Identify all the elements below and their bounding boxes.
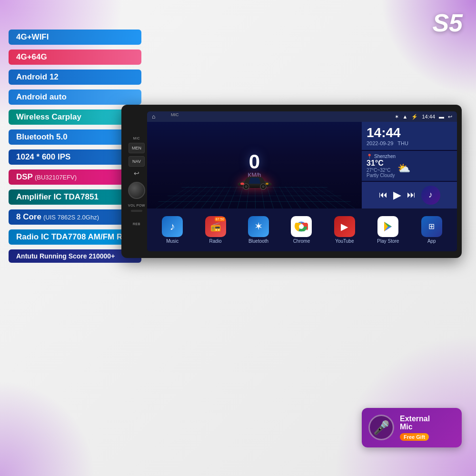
feature-androidauto-text: Android auto [16,92,67,102]
app-playstore[interactable]: Play Store [377,216,399,244]
ext-mic-box: 🎤 ExternalMic Free Gift [362,408,462,447]
clock-status: 14:44 [422,114,435,119]
dash-button[interactable] [131,210,142,212]
music-icon: ♪ [170,220,175,233]
feature-storage: 4G+64G [9,50,141,65]
music-app-icon: ♪ [162,216,183,237]
feature-core-text: 8 Core [16,212,41,222]
weather-city-name: Shenzhen [374,154,396,159]
battery-icon: ▬ [439,114,444,119]
app-chrome[interactable]: Chrome [291,216,312,244]
youtube-icon: ▶ [341,221,348,232]
app-grid[interactable]: ⊞ App [421,216,442,244]
clock-day-value: THU [397,140,408,146]
app-radio[interactable]: 📻 87.50 Radio [205,216,226,244]
vol-knob[interactable] [128,182,145,199]
bluetooth-status-icon: ✶ [395,114,399,120]
chrome-app-label: Chrome [293,238,310,244]
mic-indicator: MIC [171,112,179,117]
playstore-app-icon [377,216,398,237]
product-badge: S5 [432,9,463,37]
feature-core-sub: (UIS 7862S 2.0Ghz) [43,214,99,221]
mic-icon: 🎤 [373,420,390,436]
vol-label: VOL POW [128,204,145,207]
feature-ips-text: 1024 * 600 IPS [16,152,70,162]
feature-bluetooth-text: Bluetooth 5.0 [16,132,68,142]
mic-free-badge: Free Gift [400,433,429,441]
feature-dsp-sub: (BU32107EFV) [35,174,77,181]
mic-label: MIC [133,137,140,140]
mic-text: ExternalMic Free Gift [400,415,455,441]
feature-carplay-text: Wireless Carplay [16,112,81,122]
youtube-app-icon: ▶ [334,216,355,237]
bluetooth-app-icon: ✶ [248,216,269,237]
feature-antutu-text: Antutu Running Score 210000+ [16,252,115,260]
weather-main-row: 31°C 27°C~32°C Partly Cloudy ⛅ [367,159,452,178]
app-bluetooth[interactable]: ✶ Bluetooth [248,216,269,244]
clock-time: 14:44 [367,126,452,140]
feature-android12-text: Android 12 [16,72,59,82]
playstore-app-label: Play Store [377,238,399,244]
music-app-label: Music [166,238,178,244]
speedometer: 0 KM/h [147,122,362,208]
nav-button[interactable]: NAV [129,156,145,167]
feature-wifi-text: 4G+WIFI [16,32,49,42]
app-row: ♪ Music 📻 87.50 Radio ✶ Bluetooth [147,208,457,251]
svg-point-5 [240,182,244,185]
app-grid-label: App [427,238,436,244]
music-note-icon: ♪ [428,190,433,200]
wifi-status-icon: ▲ [403,114,408,119]
music-icon-circle: ♪ [421,186,440,205]
grid-icon: ⊞ [428,222,435,231]
bluetooth-app-label: Bluetooth [248,238,268,244]
corner-decoration-bl [0,381,95,476]
feature-storage-text: 4G+64G [16,52,47,62]
next-button[interactable]: ⏭ [407,190,416,200]
bluetooth-icon: ✶ [254,220,263,233]
clock-panel: 14:44 2022-09-29 THU [362,122,457,150]
prev-button[interactable]: ⏮ [379,190,387,200]
feature-radio-text: Radio IC TDA7708 AM/FM RDS [16,232,134,242]
radio-icon: 📻 [210,221,221,232]
topbar-status-icons: ✶ ▲ ⚡ 14:44 ▬ ↩ [395,114,452,120]
location-icon: 📍 [367,154,372,159]
youtube-app-label: YouTube [335,238,354,244]
head-unit-wrapper: MIC MEN NAV ↩ VOL POW REB ⌂ ✶ ▲ ⚡ 14:44 … [121,105,462,258]
play-button[interactable]: ▶ [393,189,401,201]
feature-android12: Android 12 [9,69,141,85]
weather-icon: ⛅ [397,162,410,175]
head-unit: MIC MEN NAV ↩ VOL POW REB ⌂ ✶ ▲ ⚡ 14:44 … [121,105,462,258]
svg-point-4 [262,185,265,188]
app-grid-icon: ⊞ [421,216,442,237]
men-button[interactable]: MEN [129,143,145,153]
reb-label: REB [133,222,140,226]
speed-value: 0 [249,152,260,172]
radio-app-icon: 📻 87.50 [205,216,226,237]
clock-date-value: 2022-09-29 [367,140,393,146]
weather-panel: 📍 Shenzhen 31°C 27°C~32°C Partly Cloudy … [362,151,457,181]
mic-icon-circle: 🎤 [368,415,394,440]
weather-desc: Partly Cloudy [367,173,395,178]
home-icon[interactable]: ⌂ [152,113,155,120]
svg-point-2 [245,185,248,188]
usb-status-icon: ⚡ [411,114,418,120]
corner-decoration-br [333,333,476,476]
back-icon[interactable]: ↩ [448,114,452,120]
weather-range: 27°C~32°C [367,168,395,173]
music-controls: ⏮ ▶ ⏭ ♪ [379,186,440,205]
app-youtube[interactable]: ▶ YouTube [334,216,355,244]
back-button[interactable]: ↩ [134,169,139,177]
screen-main-area: 0 KM/h [147,122,457,208]
svg-point-9 [299,224,304,229]
feature-androidauto: Android auto [9,89,141,105]
radio-app-label: Radio [209,238,222,244]
weather-temp: 31°C [367,159,395,168]
app-music[interactable]: ♪ Music [162,216,183,244]
mic-title: ExternalMic [400,415,455,431]
right-panels: 14:44 2022-09-29 THU 📍 Shenzhen [362,122,457,208]
weather-city: 📍 Shenzhen [367,154,452,159]
svg-point-6 [266,183,268,185]
screen-topbar: ⌂ ✶ ▲ ⚡ 14:44 ▬ ↩ MIC [147,111,457,122]
feature-dsp-text: DSP [16,172,33,182]
control-panel: MIC MEN NAV ↩ VOL POW REB [126,135,147,228]
